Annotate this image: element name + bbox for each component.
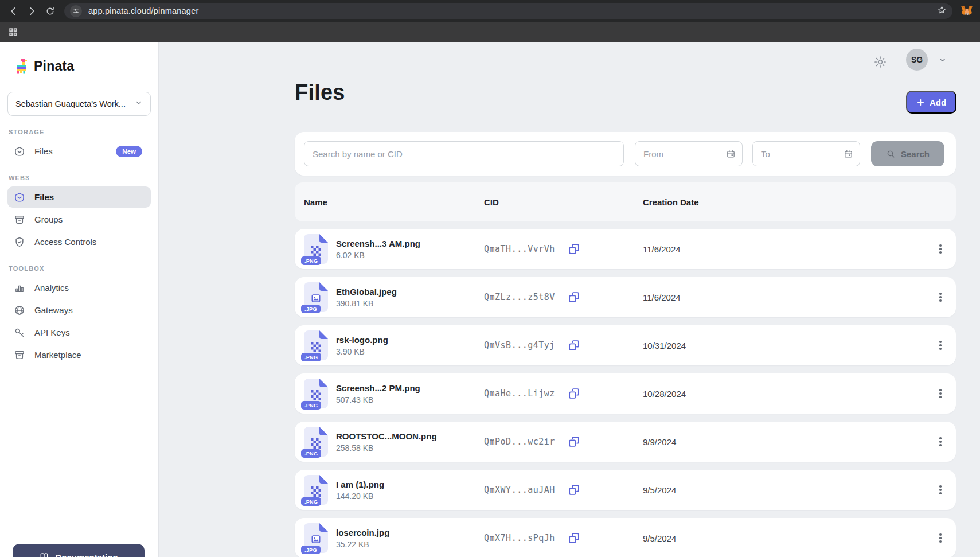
file-icon: .PNG [304,427,328,457]
date-from-input[interactable] [635,141,743,166]
file-icon: .PNG [304,379,328,408]
table-row[interactable]: .PNG I am (1).png 144.20 KB QmXWY...auJA… [295,470,956,510]
workspace-selector[interactable]: Sebastian Guaqueta's Work... [7,92,151,116]
copy-cid-icon[interactable] [568,339,580,352]
sidebar-section-label: WEB3 [0,174,158,181]
book-icon [39,552,49,557]
sidebar-item-gateways[interactable]: Gateways [7,299,151,321]
sidebar-item-marketplace[interactable]: Marketplace [7,344,151,365]
file-icon: .JPG [304,282,328,312]
search-button-label: Search [901,149,930,159]
copy-cid-icon[interactable] [568,532,580,544]
table-row[interactable]: .JPG losercoin.jpg 35.22 KB QmX7H...sPqJ… [295,518,956,557]
column-name: Name [304,197,484,207]
file-name: Screensh...2 PM.png [336,383,420,393]
browser-reload-icon[interactable] [44,5,56,17]
address-bar[interactable]: app.pinata.cloud/pinmanager [64,3,952,19]
creation-date: 9/9/2024 [643,437,922,447]
date-to-input[interactable] [752,141,860,166]
cid-cell: QmX7H...sPqJh [484,532,643,544]
file-icon: .PNG [304,234,328,264]
bookmark-star-icon[interactable] [937,5,947,17]
add-button[interactable]: Add [906,91,956,114]
cid-value: QmVsB...g4Tyj [484,340,555,350]
row-menu-kebab-icon[interactable] [933,384,948,403]
browser-forward-icon[interactable] [25,5,38,17]
sidebar-section-label: TOOLBOX [0,265,158,272]
sidebar-item-label: Marketplace [34,350,81,360]
sidebar-item-icon [14,305,25,316]
file-size: 390.81 KB [336,299,397,308]
creation-date: 9/5/2024 [643,485,922,495]
copy-cid-icon[interactable] [568,484,580,496]
search-input[interactable] [304,141,624,166]
row-menu-kebab-icon[interactable] [933,336,948,355]
row-menu-kebab-icon[interactable] [933,480,948,500]
file-size: 3.90 KB [336,347,388,356]
sidebar-item-files[interactable]: Files [7,186,151,208]
file-name: ROOTSTOC...MOON.png [336,431,437,441]
account-chevron-down-icon[interactable] [938,56,947,67]
creation-date: 10/31/2024 [643,341,922,350]
pinata-llama-icon [15,58,29,74]
row-menu-kebab-icon[interactable] [933,432,948,451]
file-size: 507.43 KB [336,395,420,404]
creation-date: 11/6/2024 [643,293,922,302]
row-menu-kebab-icon[interactable] [933,287,948,307]
sidebar-item-label: Analytics [34,283,69,293]
url-text[interactable]: app.pinata.cloud/pinmanager [88,6,198,15]
sidebar-item-files[interactable]: Files New [7,141,151,162]
filter-bar: Search [295,132,956,176]
file-icon: .JPG [304,523,328,553]
creation-date: 9/5/2024 [643,533,922,543]
sidebar-item-groups[interactable]: Groups [7,209,151,230]
apps-grid-icon[interactable] [8,27,18,37]
table-row[interactable]: .JPG EthGlobal.jpeg 390.81 KB QmZLz...z5… [295,277,956,317]
table-row[interactable]: .PNG ROOTSTOC...MOON.png 258.58 KB QmPoD… [295,422,956,462]
sidebar-item-analytics[interactable]: Analytics [7,277,151,298]
cid-cell: QmXWY...auJAH [484,484,643,496]
copy-cid-icon[interactable] [568,387,580,400]
workspace-name: Sebastian Guaqueta's Work... [15,99,126,108]
browser-back-icon[interactable] [7,5,19,17]
row-menu-kebab-icon[interactable] [933,239,948,259]
sidebar-nav: STORAGE Files New WEB3 Files Groups Acce… [0,128,158,365]
file-type-badge: .PNG [301,449,321,458]
avatar-initials: SG [911,55,923,64]
cid-cell: QmaHe...Lijwz [484,387,643,400]
documentation-button[interactable]: Documentation [13,544,145,557]
file-size: 258.58 KB [336,443,437,453]
file-name-cell: .PNG Screensh...2 PM.png 507.43 KB [304,379,484,408]
table-row[interactable]: .PNG rsk-logo.png 3.90 KB QmVsB...g4Tyj … [295,325,956,365]
file-name-cell: .JPG losercoin.jpg 35.22 KB [304,523,484,553]
sidebar-item-icon [14,146,25,157]
file-name-cell: .PNG ROOTSTOC...MOON.png 258.58 KB [304,427,484,457]
sidebar-item-icon [14,214,25,225]
theme-toggle-sun-icon[interactable] [873,55,888,70]
sidebar: Pinata Sebastian Guaqueta's Work... STOR… [0,42,159,557]
table-row[interactable]: .PNG Screensh...3 AM.png 6.02 KB QmaTH..… [295,229,956,269]
file-name: EthGlobal.jpeg [336,287,397,297]
search-icon [886,149,896,159]
row-menu-kebab-icon[interactable] [933,528,948,548]
site-settings-icon[interactable] [70,5,82,17]
table-row[interactable]: .PNG Screensh...2 PM.png 507.43 KB QmaHe… [295,373,956,414]
file-name: losercoin.jpg [336,528,389,537]
sidebar-item-icon [14,282,25,294]
cid-cell: QmPoD...wc2ir [484,435,643,448]
sidebar-item-api-keys[interactable]: API Keys [7,322,151,343]
file-icon: .PNG [304,475,328,505]
jpg-image-glyph [312,536,320,543]
copy-cid-icon[interactable] [568,243,580,255]
copy-cid-icon[interactable] [568,435,580,448]
copy-cid-icon[interactable] [568,291,580,303]
pinata-logo[interactable]: Pinata [15,58,158,74]
sidebar-item-icon [14,349,25,361]
metamask-extension-icon[interactable] [961,5,973,17]
cid-value: QmaTH...VvrVh [484,244,555,254]
avatar[interactable]: SG [906,49,928,71]
search-button[interactable]: Search [871,141,944,166]
sidebar-item-access-controls[interactable]: Access Controls [7,231,151,252]
chevron-down-icon [135,99,143,109]
date-from-field [635,141,743,166]
